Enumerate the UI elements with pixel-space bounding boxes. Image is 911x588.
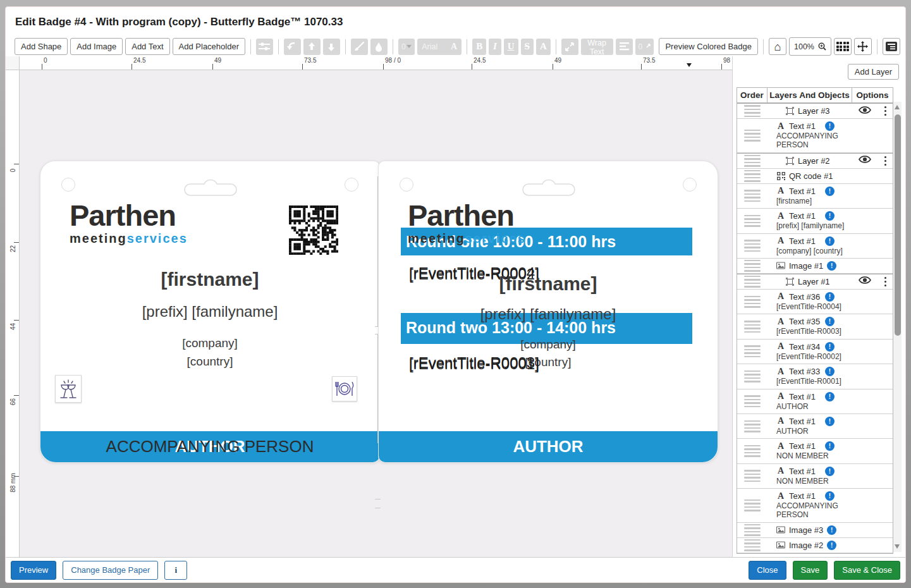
object-row[interactable]: AText #1!AUTHOR: [737, 389, 893, 414]
add-placeholder-button[interactable]: Add Placeholder: [173, 38, 245, 55]
drag-handle-icon[interactable]: [744, 470, 761, 482]
save-button[interactable]: Save: [793, 561, 828, 580]
scroll-down-icon[interactable]: [895, 544, 900, 549]
info-icon[interactable]: !: [825, 491, 835, 501]
drag-handle-icon[interactable]: [744, 276, 761, 288]
info-icon[interactable]: !: [825, 211, 835, 221]
layers-scrollbar[interactable]: [893, 102, 902, 552]
row-menu-icon[interactable]: [884, 277, 887, 287]
drag-handle-icon[interactable]: [744, 170, 761, 182]
object-row[interactable]: AText #34![rEventTitle-R0002]: [737, 340, 893, 364]
banner-accompanying-text[interactable]: ACCOMPANYING PERSON: [40, 431, 379, 462]
info-icon[interactable]: !: [825, 342, 835, 352]
placeholder-name-line[interactable]: [prefix] [familyname]: [40, 303, 379, 321]
panel-toggle-button[interactable]: [883, 38, 900, 55]
design-canvas[interactable]: Parthen meetingservices [firstname] [pre…: [20, 70, 732, 558]
badge-front-panel[interactable]: Parthen meetingservices [firstname] [pre…: [40, 161, 380, 463]
object-row[interactable]: AText #1!NON MEMBER: [737, 439, 893, 463]
info-icon[interactable]: !: [827, 261, 836, 271]
object-row[interactable]: AText #35![rEventTitle-R0003]: [737, 314, 893, 339]
layer-row[interactable]: Layer #2: [737, 153, 893, 169]
home-button[interactable]: ⌂: [769, 38, 786, 55]
brand-logo[interactable]: Parthen meetingservices: [70, 200, 188, 245]
badge-banner[interactable]: AUTHOR: [379, 431, 718, 462]
scroll-up-icon[interactable]: [895, 105, 900, 109]
object-row[interactable]: QR code #1: [737, 169, 893, 184]
info-icon[interactable]: !: [825, 236, 835, 246]
drag-handle-icon[interactable]: [744, 420, 761, 432]
add-text-button[interactable]: Add Text: [125, 38, 169, 55]
info-icon[interactable]: !: [825, 317, 835, 326]
drag-handle-icon[interactable]: [744, 130, 761, 142]
drag-handle-icon[interactable]: [744, 499, 761, 511]
drag-handle-icon[interactable]: [744, 190, 761, 202]
preview-button[interactable]: Preview: [11, 561, 56, 580]
info-icon[interactable]: !: [825, 392, 835, 401]
object-row[interactable]: AText #1![prefix] [familyname]: [737, 209, 893, 233]
add-shape-button[interactable]: Add Shape: [15, 38, 68, 55]
close-button[interactable]: Close: [749, 561, 786, 580]
info-icon[interactable]: !: [827, 541, 836, 550]
placeholder-country[interactable]: [country]: [40, 355, 379, 369]
info-icon[interactable]: !: [825, 417, 835, 426]
add-image-button[interactable]: Add Image: [70, 38, 123, 55]
drag-handle-icon[interactable]: [744, 539, 761, 551]
info-icon[interactable]: !: [827, 525, 836, 535]
zoom-control[interactable]: 100%: [789, 37, 831, 56]
drag-handle-icon[interactable]: [744, 445, 761, 457]
grid-toggle-button[interactable]: [834, 38, 852, 55]
placeholder-company[interactable]: [company]: [379, 338, 718, 352]
placeholder-firstname[interactable]: [firstname]: [379, 273, 718, 295]
object-row[interactable]: AText #36![rEventTitle-R0004]: [737, 290, 893, 314]
brand-logo[interactable]: Parthen meetingservices: [408, 200, 526, 245]
info-icon[interactable]: !: [825, 441, 835, 451]
qr-code-image[interactable]: [289, 205, 338, 255]
drag-handle-icon[interactable]: [744, 105, 761, 117]
cocktail-image[interactable]: [55, 375, 82, 403]
drag-handle-icon[interactable]: [744, 260, 761, 272]
drag-handle-icon[interactable]: [744, 524, 761, 536]
drag-handle-icon[interactable]: [744, 296, 761, 308]
info-icon[interactable]: !: [825, 467, 835, 476]
info-icon[interactable]: !: [825, 367, 835, 376]
object-row[interactable]: AText #1![company] [country]: [737, 234, 893, 259]
change-badge-paper-button[interactable]: Change Badge Paper: [63, 561, 158, 580]
placeholder-event-title-r0001[interactable]: [rEventTitle-R0001]: [409, 355, 539, 373]
drag-handle-icon[interactable]: [744, 345, 761, 357]
drag-handle-icon[interactable]: [744, 240, 761, 252]
object-row[interactable]: AText #1!ACCOMPANYING PERSON: [737, 489, 893, 523]
object-row[interactable]: Image #2!: [737, 538, 893, 553]
visibility-icon[interactable]: [859, 276, 871, 287]
object-row[interactable]: Image #3!: [737, 523, 893, 538]
banner-author-text[interactable]: AUTHOR: [379, 431, 718, 462]
drag-handle-icon[interactable]: [744, 155, 761, 167]
pan-button[interactable]: [854, 38, 872, 55]
object-row[interactable]: AText #1![firstname]: [737, 184, 893, 209]
info-button[interactable]: i: [164, 561, 187, 580]
badge-back-panel[interactable]: Round one 10:00 - 11:00 hrs Parthen meet…: [378, 161, 718, 463]
add-layer-button[interactable]: Add Layer: [848, 64, 899, 80]
drag-handle-icon[interactable]: [744, 321, 761, 333]
placeholder-firstname[interactable]: [firstname]: [40, 269, 379, 290]
row-menu-icon[interactable]: [884, 156, 887, 166]
placeholder-name-line[interactable]: [prefix] [familyname]: [379, 305, 718, 323]
dinner-image[interactable]: [332, 376, 357, 401]
layer-row[interactable]: Layer #3: [737, 103, 893, 119]
info-icon[interactable]: !: [825, 121, 835, 131]
row-menu-icon[interactable]: [884, 106, 887, 116]
info-icon[interactable]: !: [825, 292, 835, 302]
object-row[interactable]: AText #1!ACCOMPANYING PERSON: [737, 119, 893, 153]
preview-colored-badge-button[interactable]: Preview Colored Badge: [659, 38, 758, 55]
save-and-close-button[interactable]: Save & Close: [834, 561, 900, 580]
object-row[interactable]: AText #1!NON MEMBER: [737, 464, 893, 489]
drag-handle-icon[interactable]: [744, 215, 761, 227]
layer-row[interactable]: Layer #1: [737, 274, 893, 290]
visibility-icon[interactable]: [859, 155, 871, 166]
placeholder-company[interactable]: [company]: [40, 336, 379, 350]
visibility-icon[interactable]: [859, 106, 871, 117]
object-row[interactable]: Image #1!: [737, 259, 893, 274]
object-row[interactable]: AText #33![rEventTitle-R0001]: [737, 364, 893, 389]
badge-banner[interactable]: AUTHOR ACCOMPANYING PERSON: [40, 431, 379, 462]
scrollbar-thumb[interactable]: [895, 114, 901, 336]
drag-handle-icon[interactable]: [744, 371, 761, 383]
